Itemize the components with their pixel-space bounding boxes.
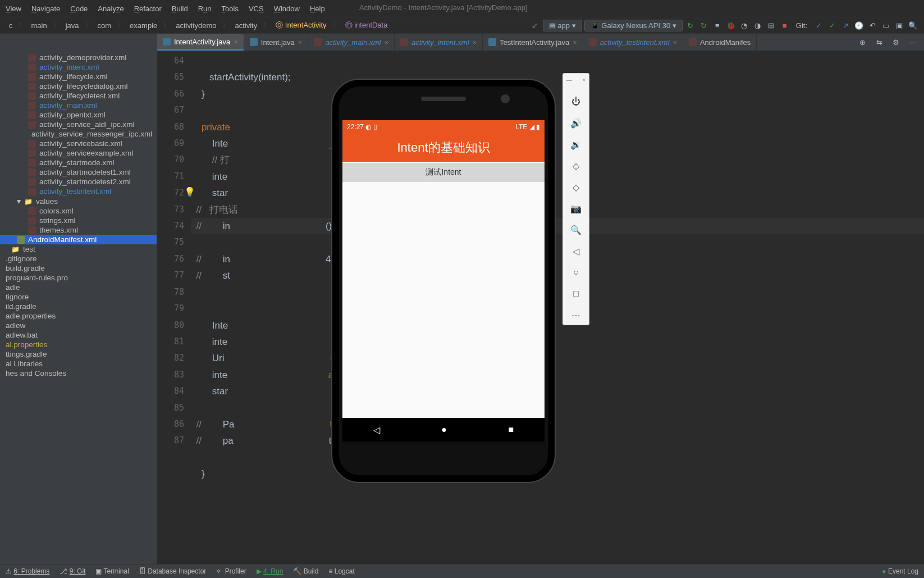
db-inspector-tool[interactable]: 🗄 Database Inspector (139, 567, 206, 575)
device-select[interactable]: 📱 Galaxy Nexus API 30 ▾ (584, 20, 683, 31)
run-config-select[interactable]: ▤ app ▾ (543, 20, 582, 31)
tree-file[interactable]: adle.properties (0, 311, 157, 321)
menu-window[interactable]: Window (274, 4, 300, 13)
vcs-commit-icon[interactable]: ✓ (826, 20, 838, 31)
tree-file[interactable]: al Libraries (0, 359, 157, 368)
menu-vcs[interactable]: VCS (249, 4, 264, 13)
test-intent-button[interactable]: 测试Intent (342, 163, 545, 182)
terminal-tool[interactable]: ▣ Terminal (95, 567, 129, 575)
tree-file[interactable]: activity_main.xml (0, 101, 157, 110)
tree-file[interactable]: hes and Consoles (0, 368, 157, 378)
run-tool[interactable]: ▶ 4: Run (257, 567, 283, 575)
camera-icon[interactable]: 📷 (570, 202, 582, 215)
breadcrumb-method[interactable]: ⓜ intentData (342, 20, 391, 30)
breadcrumb[interactable]: main (28, 21, 51, 30)
home-icon[interactable]: ○ (570, 266, 582, 279)
project-tree[interactable]: activity_demoprovider.xmlactivity_intent… (0, 51, 157, 564)
git-tool[interactable]: ⎇ 9: Git (60, 567, 85, 575)
code-area[interactable]: startActivity(intent); } private Inte _V… (191, 51, 924, 564)
tree-file[interactable]: activity_startmodetest1.xml (0, 167, 157, 177)
breadcrumb-class[interactable]: ⓒ IntentActivity (272, 20, 330, 30)
sdk-manager-icon[interactable]: ▣ (894, 20, 905, 31)
tab-android-manifest[interactable]: AndroidManifes (683, 34, 757, 51)
menu-run[interactable]: Run (198, 4, 212, 13)
tree-file[interactable]: ttings.gradle (0, 349, 157, 359)
tree-file[interactable]: strings.xml (0, 216, 157, 225)
nav-back-icon[interactable]: ◁ (373, 425, 380, 435)
debug-icon[interactable]: 🐞 (725, 20, 737, 31)
tree-file[interactable]: al.properties (0, 340, 157, 349)
tree-file[interactable]: activity_lifecycledialog.xml (0, 81, 157, 91)
hide-icon[interactable]: — (907, 37, 918, 48)
breadcrumb[interactable]: activity (232, 21, 261, 30)
menu-build[interactable]: Build (172, 4, 188, 13)
stop-icon[interactable]: ■ (779, 20, 790, 31)
close-icon[interactable]: × (673, 38, 677, 47)
tab-test-intent-activity[interactable]: TestIntentActivity.java× (483, 34, 583, 51)
tab-intent-activity[interactable]: IntentActivity.java× (157, 34, 244, 51)
tree-file[interactable]: activity_servicebasic.xml (0, 139, 157, 148)
menu-code[interactable]: Code (70, 4, 88, 13)
volume-down-icon[interactable]: 🔉 (570, 138, 582, 151)
tab-intent-java[interactable]: Intent.java× (244, 34, 309, 51)
tree-file[interactable]: activity_lifecycle.xml (0, 72, 157, 81)
intention-bulb-icon[interactable]: 💡 (184, 186, 195, 197)
zoom-icon[interactable]: 🔍 (570, 224, 582, 236)
vcs-push-icon[interactable]: ↗ (840, 20, 851, 31)
rotate-right-icon[interactable]: ◇ (570, 181, 582, 193)
make-project-icon[interactable]: ↙ (529, 20, 541, 31)
nav-home-icon[interactable]: ● (441, 425, 447, 435)
tree-file[interactable]: build.gradle (0, 263, 157, 273)
tree-file[interactable]: activity_lifecycletest.xml (0, 91, 157, 101)
tree-file[interactable]: ild.gradle (0, 302, 157, 311)
settings-icon[interactable]: ⚙ (890, 37, 902, 48)
problems-tool[interactable]: ⚠ 6: Problems (6, 567, 49, 575)
tree-file[interactable]: activity_serviceexample.xml (0, 148, 157, 158)
menu-refactor[interactable]: Refactor (134, 4, 162, 13)
event-log[interactable]: ● Event Log (882, 567, 918, 575)
tree-file[interactable]: adlew.bat (0, 330, 157, 340)
tree-file[interactable]: activity_service_aidl_ipc.xml (0, 120, 157, 129)
vcs-rollback-icon[interactable]: ↶ (867, 20, 878, 31)
android-emulator[interactable]: 22:27 ◐ ▯ LTE ◢ ▮ Intent的基础知识 测试Intent ◁… (331, 79, 556, 483)
breadcrumb[interactable]: java (62, 21, 83, 30)
tree-file[interactable]: activity_startmode.xml (0, 158, 157, 167)
power-icon[interactable]: ⏻ (570, 95, 582, 108)
vcs-history-icon[interactable]: 🕘 (853, 20, 864, 31)
run-variants-icon[interactable]: ≡ (712, 20, 723, 31)
tree-file[interactable]: activity_testintent.xml (0, 186, 157, 196)
apply-changes-icon[interactable]: ↻ (698, 20, 710, 31)
profiler-tool[interactable]: ᯤ Profiler (216, 567, 246, 575)
menu-analyze[interactable]: Analyze (98, 4, 123, 13)
rotate-left-icon[interactable]: ◇ (570, 160, 582, 172)
tree-file[interactable]: activity_service_messenger_ipc.xml (0, 129, 157, 139)
tree-file[interactable]: tignore (0, 292, 157, 302)
device-screen[interactable]: 22:27 ◐ ▯ LTE ◢ ▮ Intent的基础知识 测试Intent (342, 120, 545, 442)
tree-file[interactable]: proguard-rules.pro (0, 273, 157, 283)
close-icon[interactable]: × (234, 38, 238, 46)
nav-recents-icon[interactable]: ■ (509, 425, 514, 435)
run-icon[interactable]: ↻ (685, 20, 696, 31)
back-icon[interactable]: ◁ (570, 245, 582, 257)
breadcrumb[interactable]: activitydemo (172, 21, 219, 30)
target-icon[interactable]: ⊕ (857, 37, 868, 48)
menu-tools[interactable]: Tools (222, 4, 239, 13)
more-icon[interactable]: ⋯ (570, 309, 582, 321)
close-icon[interactable]: × (573, 38, 577, 47)
tree-file[interactable]: activity_startmodetest2.xml (0, 177, 157, 186)
attach-debugger-icon[interactable]: ⊞ (766, 20, 777, 31)
close-icon[interactable]: × (582, 77, 585, 83)
tree-file[interactable]: adle (0, 283, 157, 292)
minimize-icon[interactable]: — (566, 77, 572, 83)
breadcrumb[interactable]: example (126, 21, 161, 30)
tab-activity-intent-xml[interactable]: activity_intent.xml× (395, 34, 483, 51)
collapse-icon[interactable]: ⇆ (873, 37, 885, 48)
tab-activity-testintent-xml[interactable]: activity_testintent.xml× (583, 34, 683, 51)
coverage-icon[interactable]: ◔ (739, 20, 750, 31)
tree-file[interactable]: activity_intent.xml (0, 62, 157, 72)
avd-manager-icon[interactable]: ▭ (880, 20, 891, 31)
close-icon[interactable]: × (473, 38, 477, 47)
volume-up-icon[interactable]: 🔊 (570, 117, 582, 129)
build-tool[interactable]: 🔨 Build (293, 567, 318, 575)
menu-help[interactable]: Help (310, 4, 325, 13)
